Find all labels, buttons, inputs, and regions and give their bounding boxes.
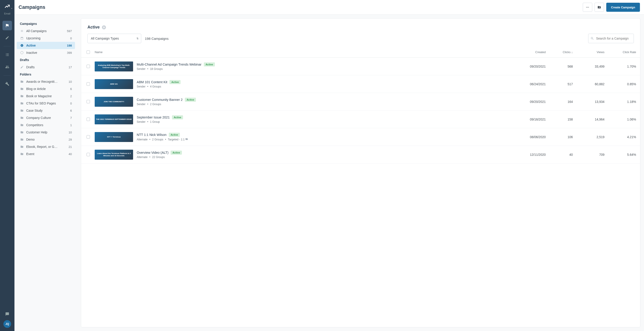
play-icon bbox=[20, 44, 24, 47]
sidebar-item[interactable]: CTAs for SEO Pages 0 bbox=[17, 100, 75, 107]
sidebar-item-count: 0 bbox=[70, 37, 72, 40]
row-checkbox[interactable] bbox=[86, 100, 90, 103]
sidebar-item-label: Blog or Article bbox=[26, 87, 70, 91]
folder-icon bbox=[20, 138, 24, 141]
page-title: Campaigns bbox=[18, 4, 46, 10]
sidebar-item[interactable]: Awards or Recogniti… 10 bbox=[17, 78, 75, 85]
sidebar-item-label: Ebook, Report, or G… bbox=[26, 145, 69, 149]
search-input[interactable] bbox=[588, 34, 634, 43]
row-checkbox[interactable] bbox=[86, 65, 90, 68]
sidebar-item-label: Demo bbox=[26, 138, 69, 141]
calendar-icon bbox=[20, 37, 24, 40]
campaign-thumbnail: NTT + Terminus bbox=[95, 132, 133, 142]
folder-plus-icon bbox=[598, 6, 601, 9]
cell-clicks: 40 bbox=[546, 153, 573, 156]
status-badge: Active bbox=[172, 115, 183, 119]
cell-clicks: 106 bbox=[546, 135, 573, 139]
sidebar-item[interactable]: All Campaigns 597 bbox=[17, 27, 75, 35]
row-groups: 2 Groups bbox=[149, 138, 163, 141]
folder-icon bbox=[20, 102, 24, 105]
cell-click-rate: 1.06% bbox=[604, 118, 636, 121]
cell-clicks: 158 bbox=[546, 118, 573, 121]
sidebar-section-title: Campaigns bbox=[17, 20, 75, 27]
sidebar-item[interactable]: Blog or Article 6 bbox=[17, 85, 75, 93]
sidebar: Campaigns All Campaigns 597 Upcoming 0 A… bbox=[14, 15, 77, 331]
row-groups: 18 Groups bbox=[147, 67, 163, 71]
content-card: Active All Campaign Types 198 Campaigns bbox=[81, 18, 640, 327]
nav-settings[interactable] bbox=[2, 79, 12, 89]
sidebar-item-label: Drafts bbox=[26, 65, 69, 69]
campaign-name: NTT 1:1 Nick Wilson bbox=[137, 133, 166, 137]
row-sender: Sender bbox=[137, 85, 146, 88]
folder-icon bbox=[20, 80, 24, 83]
sidebar-item[interactable]: Demo 29 bbox=[17, 136, 75, 143]
col-views[interactable]: Views bbox=[573, 51, 604, 54]
nav-campaigns[interactable] bbox=[2, 21, 12, 30]
sidebar-item[interactable]: Upcoming 0 bbox=[17, 35, 75, 42]
table-row[interactable]: Analyzing B2B Marketing's Top Multi-Chan… bbox=[81, 58, 640, 75]
col-clicks[interactable]: Clicks ↓ bbox=[546, 51, 573, 54]
campaign-name: ABM 101 Content Kit bbox=[137, 80, 167, 84]
stop-icon bbox=[20, 51, 24, 54]
flag-icon bbox=[5, 24, 9, 28]
sidebar-item-count: 399 bbox=[67, 51, 72, 55]
sidebar-item[interactable]: Ebook, Report, or G… 21 bbox=[17, 143, 75, 150]
table-row[interactable]: THE 2021 TERMINUS SEPTEMBER ISSUE Septem… bbox=[81, 111, 640, 128]
sidebar-item[interactable]: Case Study 6 bbox=[17, 107, 75, 114]
folder-icon bbox=[20, 145, 24, 148]
topbar: Campaigns Create Campaign bbox=[14, 0, 644, 15]
cell-created: 12/11/2020 bbox=[514, 153, 546, 156]
select-all-checkbox[interactable] bbox=[86, 51, 90, 54]
cell-created: 08/06/2020 bbox=[514, 135, 546, 139]
search-icon bbox=[590, 37, 594, 40]
row-checkbox[interactable] bbox=[86, 118, 90, 121]
sidebar-item-label: Company Culture bbox=[26, 116, 70, 120]
campaign-type-filter[interactable]: All Campaign Types bbox=[88, 34, 141, 43]
more-actions-button[interactable] bbox=[583, 3, 592, 12]
row-sender: Sender bbox=[137, 103, 146, 106]
row-checkbox[interactable] bbox=[86, 153, 90, 156]
nav-help[interactable] bbox=[2, 309, 12, 319]
table-row[interactable]: ABM 101 ABM 101 Content KitActive Sender… bbox=[81, 75, 640, 93]
sidebar-item-count: 2 bbox=[70, 95, 72, 98]
sidebar-item-count: 21 bbox=[69, 145, 72, 149]
row-checkbox[interactable] bbox=[86, 135, 90, 139]
sidebar-item[interactable]: Drafts 17 bbox=[17, 64, 75, 71]
sidebar-item[interactable]: Company Culture 7 bbox=[17, 114, 75, 121]
nav-audiences[interactable] bbox=[2, 62, 12, 72]
create-campaign-button[interactable]: Create Campaign bbox=[606, 3, 640, 12]
sidebar-item[interactable]: Inactive 399 bbox=[17, 49, 75, 56]
new-folder-button[interactable] bbox=[594, 3, 604, 12]
cell-views: 2,519 bbox=[573, 135, 604, 139]
app-switcher[interactable] bbox=[3, 2, 12, 11]
folder-icon bbox=[185, 138, 188, 140]
row-sender: Alternate bbox=[137, 156, 148, 159]
cell-click-rate: 1.18% bbox=[604, 100, 636, 104]
sidebar-item[interactable]: Competitors 1 bbox=[17, 121, 75, 129]
sidebar-item[interactable]: Active 198 bbox=[17, 42, 75, 49]
table-row[interactable]: NTT + Terminus NTT 1:1 Nick WilsonActive… bbox=[81, 128, 640, 146]
avatar[interactable]: JQ bbox=[4, 320, 11, 328]
sidebar-item-count: 10 bbox=[69, 131, 72, 134]
nav-edit[interactable] bbox=[2, 33, 12, 43]
cell-click-rate: 5.64% bbox=[604, 153, 636, 156]
nav-lists[interactable] bbox=[2, 50, 12, 60]
row-checkbox[interactable] bbox=[86, 82, 90, 86]
sidebar-item[interactable]: Customer Help 10 bbox=[17, 129, 75, 136]
table-row[interactable]: Learn About the Terminus Platform in 2 M… bbox=[81, 146, 640, 163]
sidebar-item-count: 597 bbox=[67, 29, 72, 33]
row-groups: 1 Group bbox=[147, 120, 160, 123]
row-sender: Alternate bbox=[137, 138, 148, 141]
play-icon bbox=[102, 25, 106, 29]
table-row[interactable]: JOIN THE COMMUNITY! Customer Community B… bbox=[81, 93, 640, 111]
folder-icon bbox=[20, 116, 24, 119]
sidebar-item[interactable]: Event 40 bbox=[17, 150, 75, 158]
col-name[interactable]: Name bbox=[95, 51, 514, 54]
sidebar-item[interactable]: Book or Magazine 2 bbox=[17, 93, 75, 100]
col-click-rate[interactable]: Click Rate bbox=[604, 51, 636, 54]
wrench-icon bbox=[5, 82, 9, 86]
sidebar-item-label: Case Study bbox=[26, 109, 70, 112]
col-created[interactable]: Created bbox=[514, 51, 546, 54]
status-badge: Active bbox=[204, 62, 215, 67]
cell-views: 13,934 bbox=[573, 100, 604, 104]
